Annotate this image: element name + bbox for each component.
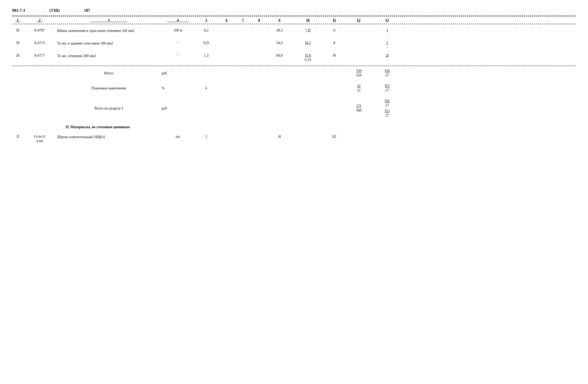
row21-desc: Щиток осветительный ОЩВ-6 (56, 135, 162, 140)
row18-code: 8-4707 (23, 28, 56, 33)
table-row: I8 8-4707 Шины заземления в тран-шеях се… (12, 26, 576, 39)
planned-col13: I5327 (373, 84, 401, 92)
planned-label: Плановые накопления (56, 86, 162, 90)
col-header-10: I0 (292, 18, 324, 22)
row20-col13: 2I- (373, 53, 401, 62)
col-header-4: _____4_____ (162, 18, 194, 22)
itogo-label: Итого (56, 71, 162, 75)
row21-col9: 4I (267, 135, 292, 139)
row19-col13: 2- (373, 41, 401, 49)
col-header-1: _I_ (12, 18, 23, 22)
top-divider (12, 15, 576, 16)
col-header-6: 6 (218, 18, 235, 22)
section2-heading: П. Материалы, не учтенные ценником (57, 125, 138, 129)
total-col12: 57I560 (344, 104, 373, 113)
row20-desc: То же, сечением 200 мм2 (56, 53, 162, 59)
row21-col5: 2 (194, 135, 218, 139)
row20-col5: 1,3 (194, 53, 218, 58)
row18-col10: 7,II (292, 28, 324, 33)
col-header-8: 8 (251, 18, 267, 22)
total-unit: руб (162, 106, 194, 111)
row18-unit: 100 м (162, 28, 194, 33)
planned-unit: % (162, 86, 194, 90)
row20-unit: " (162, 53, 194, 58)
row18-col11: 6 (324, 28, 344, 33)
summary-section: Итого руб 539528 I5627 Плановые накоплен… (12, 68, 576, 119)
table-row: 20 8-4717 То же, сечением 200 мм2 " 1,3 … (12, 51, 576, 64)
row21-code: I5-04-П4-II6 (23, 135, 56, 143)
col-header-12: I2 (344, 18, 373, 22)
row21-num: 2I (12, 135, 23, 139)
total-label: Всего по разделу I (56, 106, 162, 111)
row19-num: I9 (12, 41, 23, 45)
row19-col10: I4,2 (292, 41, 324, 45)
row18-num: I8 (12, 28, 23, 33)
row19-col9: 54,4 (267, 41, 292, 45)
header-series: (УШ) (49, 8, 60, 13)
header-code: 901-7-3 (12, 8, 25, 13)
row19-col11: 8 (324, 41, 344, 45)
row18-col5: 0,2 (194, 28, 218, 33)
col-header-9: 9 (267, 18, 292, 22)
planned-val: 6 (194, 86, 218, 90)
total-col13: I5627 I5327 (373, 99, 401, 118)
row21-col11: 82 (324, 135, 344, 139)
col-header-3: _________3_________ (56, 18, 162, 22)
planned-col12: 3232 (344, 84, 373, 92)
row19-desc: То же, в зданиях сече-нием 100 мм2 (56, 41, 162, 46)
col-header-11: II (324, 18, 344, 22)
col-header-2: _2_ (23, 18, 56, 22)
header-page: 187 (84, 8, 90, 13)
table-row: I9 8-4715 То же, в зданиях сече-нием 100… (12, 39, 576, 51)
row18-col9: 28,3 (267, 28, 292, 33)
row19-code: 8-4715 (23, 41, 56, 45)
row20-code: 8-4717 (23, 53, 56, 58)
table-row-21: 2I I5-04-П4-II6 Щиток осветительный ОЩВ-… (12, 132, 576, 145)
row20-col9: 69,8 (267, 53, 292, 58)
col-header-5: 5 (194, 18, 218, 22)
table-body: I8 8-4707 Шины заземления в тран-шеях се… (12, 26, 576, 64)
row18-desc: Шины заземления в тран-шеях сечением 160… (56, 28, 162, 33)
row19-col5: 0,I5 (194, 41, 218, 45)
column-headers: _I_ _2_ _________3_________ _____4_____ … (12, 17, 576, 24)
itogo-row: Итого руб 539528 I5627 (12, 68, 576, 79)
col-header-7: 7 (235, 18, 251, 22)
col-header-13: I3 (373, 18, 401, 22)
row20-num: 20 (12, 53, 23, 58)
page-header: 901-7-3 (УШ) 187 (12, 8, 576, 13)
row20-col11: 9I (324, 53, 344, 58)
section-divider-1 (12, 66, 576, 66)
planned-row: Плановые накопления % 6 3232 I5327 (12, 83, 576, 94)
itogo-col12: 539528 (344, 69, 373, 77)
total-row: Всего по разделу I руб 57I560 I5627 I532… (12, 98, 576, 119)
row19-unit: " (162, 41, 194, 45)
row18-col13: I- (373, 28, 401, 37)
row21-unit: шт (162, 135, 194, 139)
row20-col10: I5,8 0,33 (292, 53, 324, 62)
itogo-col13: I5627 (373, 69, 401, 77)
itogo-unit: руб (162, 71, 194, 75)
